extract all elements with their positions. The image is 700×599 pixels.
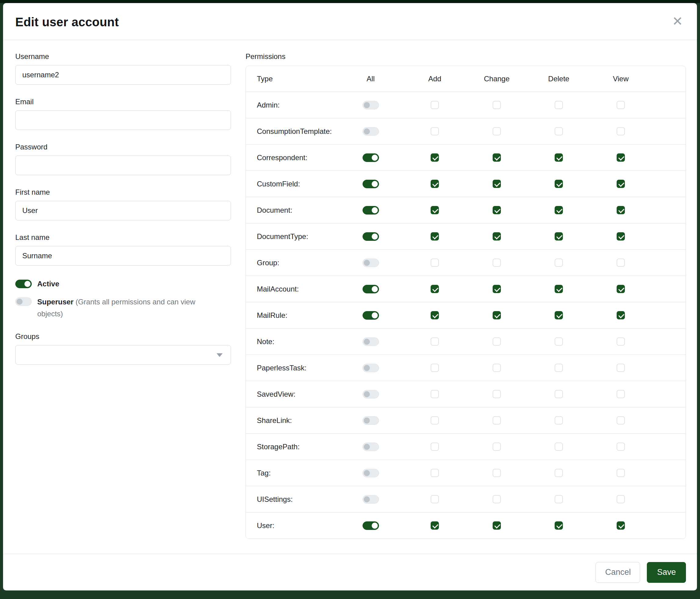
email-input[interactable]	[15, 110, 231, 130]
permission-delete-checkbox[interactable]	[555, 259, 563, 267]
permission-delete-checkbox[interactable]	[555, 101, 563, 109]
permission-all-toggle[interactable]	[362, 416, 379, 425]
permission-add-checkbox[interactable]	[431, 416, 439, 425]
permission-all-toggle[interactable]	[362, 206, 379, 215]
modal-body: Username Email Password First name Last …	[3, 40, 697, 554]
permission-view-checkbox[interactable]	[617, 469, 625, 477]
permission-delete-checkbox[interactable]	[555, 495, 563, 503]
permission-delete-checkbox[interactable]	[555, 390, 563, 398]
permission-view-checkbox[interactable]	[617, 390, 625, 398]
permission-all-toggle[interactable]	[362, 390, 379, 399]
permission-change-checkbox[interactable]	[493, 442, 501, 451]
permission-type-label: MailRule:	[246, 311, 338, 320]
permission-all-toggle[interactable]	[362, 153, 379, 162]
permission-add-checkbox[interactable]	[431, 153, 439, 162]
permission-all-toggle[interactable]	[362, 469, 379, 477]
permission-change-checkbox[interactable]	[493, 469, 501, 477]
permission-all-toggle[interactable]	[362, 337, 379, 346]
permission-view-checkbox[interactable]	[617, 311, 625, 319]
permission-add-checkbox[interactable]	[431, 521, 439, 530]
permission-change-checkbox[interactable]	[493, 390, 501, 398]
permission-add-checkbox[interactable]	[431, 390, 439, 398]
permission-add-checkbox[interactable]	[431, 285, 439, 293]
save-button[interactable]: Save	[647, 562, 686, 583]
permission-view-checkbox[interactable]	[617, 259, 625, 267]
permission-delete-checkbox[interactable]	[555, 127, 563, 136]
permission-all-toggle[interactable]	[362, 232, 379, 241]
permission-add-checkbox[interactable]	[431, 364, 439, 372]
permission-all-toggle[interactable]	[362, 521, 379, 530]
last-name-input[interactable]	[15, 246, 231, 266]
permission-add-checkbox[interactable]	[431, 337, 439, 346]
username-input[interactable]	[15, 65, 231, 85]
permission-view-checkbox[interactable]	[617, 442, 625, 451]
groups-label: Groups	[15, 332, 231, 341]
permission-add-checkbox[interactable]	[431, 232, 439, 241]
permission-add-checkbox[interactable]	[431, 180, 439, 188]
permission-add-checkbox[interactable]	[431, 206, 439, 214]
permission-delete-checkbox[interactable]	[555, 337, 563, 346]
permission-change-checkbox[interactable]	[493, 101, 501, 109]
permission-add-checkbox[interactable]	[431, 495, 439, 503]
superuser-toggle[interactable]	[15, 297, 32, 306]
permission-delete-checkbox[interactable]	[555, 521, 563, 530]
permission-delete-checkbox[interactable]	[555, 311, 563, 319]
permission-add-checkbox[interactable]	[431, 101, 439, 109]
active-toggle[interactable]	[15, 280, 32, 288]
permission-delete-checkbox[interactable]	[555, 442, 563, 451]
cancel-button[interactable]: Cancel	[596, 562, 640, 583]
permission-change-checkbox[interactable]	[493, 364, 501, 372]
modal-footer: Cancel Save	[3, 554, 697, 591]
permission-delete-checkbox[interactable]	[555, 285, 563, 293]
permission-change-checkbox[interactable]	[493, 259, 501, 267]
permission-change-checkbox[interactable]	[493, 521, 501, 530]
permission-delete-checkbox[interactable]	[555, 232, 563, 241]
password-input[interactable]	[15, 155, 231, 175]
permission-view-checkbox[interactable]	[617, 101, 625, 109]
permission-delete-checkbox[interactable]	[555, 206, 563, 214]
permission-change-checkbox[interactable]	[493, 285, 501, 293]
permission-add-checkbox[interactable]	[431, 127, 439, 136]
permission-view-checkbox[interactable]	[617, 416, 625, 425]
permission-add-checkbox[interactable]	[431, 311, 439, 319]
close-icon[interactable]: ✕	[670, 15, 685, 28]
permission-add-checkbox[interactable]	[431, 442, 439, 451]
permission-change-checkbox[interactable]	[493, 206, 501, 214]
permission-all-toggle[interactable]	[362, 127, 379, 136]
permission-all-toggle[interactable]	[362, 180, 379, 188]
permission-view-checkbox[interactable]	[617, 206, 625, 214]
permission-add-checkbox[interactable]	[431, 469, 439, 477]
permission-change-checkbox[interactable]	[493, 180, 501, 188]
permission-change-checkbox[interactable]	[493, 337, 501, 346]
permission-change-checkbox[interactable]	[493, 495, 501, 503]
permission-delete-checkbox[interactable]	[555, 416, 563, 425]
permission-view-checkbox[interactable]	[617, 337, 625, 346]
permission-view-checkbox[interactable]	[617, 285, 625, 293]
permission-all-toggle[interactable]	[362, 101, 379, 110]
permission-change-checkbox[interactable]	[493, 311, 501, 319]
permission-all-toggle[interactable]	[362, 259, 379, 267]
permission-change-checkbox[interactable]	[493, 232, 501, 241]
permission-change-checkbox[interactable]	[493, 127, 501, 136]
permission-delete-checkbox[interactable]	[555, 153, 563, 162]
permission-all-toggle[interactable]	[362, 285, 379, 293]
permission-view-checkbox[interactable]	[617, 521, 625, 530]
permission-view-checkbox[interactable]	[617, 232, 625, 241]
permission-view-checkbox[interactable]	[617, 364, 625, 372]
permission-all-toggle[interactable]	[362, 442, 379, 451]
permission-delete-checkbox[interactable]	[555, 180, 563, 188]
permission-add-checkbox[interactable]	[431, 259, 439, 267]
permission-all-toggle[interactable]	[362, 311, 379, 320]
first-name-input[interactable]	[15, 201, 231, 220]
permission-change-checkbox[interactable]	[493, 416, 501, 425]
permission-view-checkbox[interactable]	[617, 180, 625, 188]
groups-select[interactable]	[15, 345, 231, 365]
permission-change-checkbox[interactable]	[493, 153, 501, 162]
permission-all-toggle[interactable]	[362, 364, 379, 372]
permission-view-checkbox[interactable]	[617, 153, 625, 162]
permission-all-toggle[interactable]	[362, 495, 379, 504]
permission-view-checkbox[interactable]	[617, 495, 625, 503]
permission-delete-checkbox[interactable]	[555, 364, 563, 372]
permission-view-checkbox[interactable]	[617, 127, 625, 136]
permission-delete-checkbox[interactable]	[555, 469, 563, 477]
